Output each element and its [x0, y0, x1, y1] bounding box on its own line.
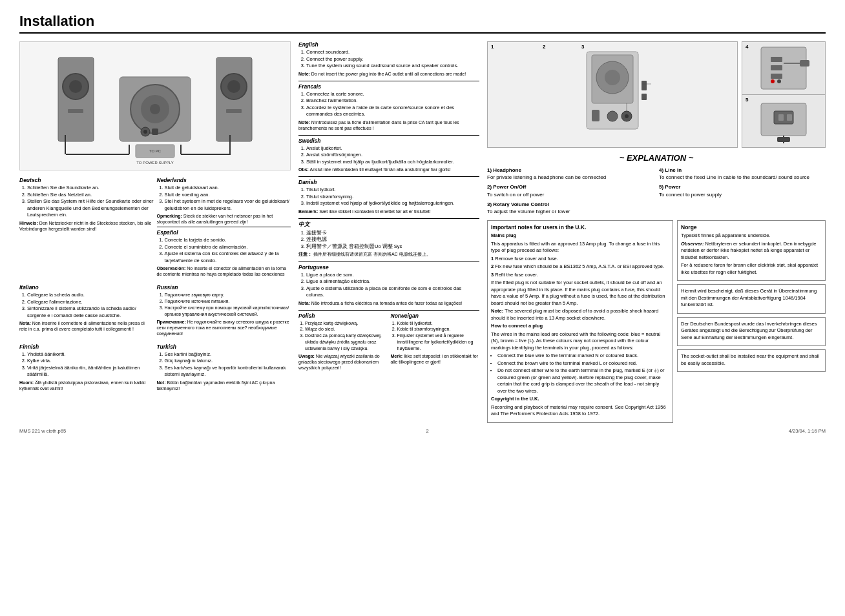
- svg-point-27: [605, 70, 620, 85]
- lang-danish-title: Danish: [298, 179, 479, 185]
- page: Installation: [0, 0, 845, 616]
- svg-rect-8: [226, 109, 242, 113]
- notes-socket-body: The socket-outlet shall be installed nea…: [681, 353, 822, 367]
- notes-uk: Important notes for users in the U.K. Ma…: [487, 220, 673, 423]
- turkish-step-3: Ses kartı/ses kaynağı ve hoparlör kontro…: [165, 365, 291, 378]
- lang-nederlands: Nederlands Sluit de geluidskaart aan. Sl…: [157, 177, 291, 277]
- deutsch-note: Hinweis: Den Netzstecker nicht in die St…: [19, 220, 154, 232]
- lang-chinese: 中文 连接警卡 连接电源 利用警卡／警源及 音箱控制器Uo 调整 Sys 注意：…: [298, 221, 479, 258]
- explanation-title: ~ EXPLANATION ~: [487, 153, 826, 163]
- svg-text:TO PC: TO PC: [149, 149, 162, 153]
- lang-deutsch: Deutsch Schließen Sie die Soundkarte an.…: [19, 177, 154, 277]
- lang-danish: Danish Tilslut lydkort. Tilslut strømfor…: [298, 179, 479, 214]
- italiano-step-1: Collegare la scheda audio.: [27, 292, 154, 299]
- diagram-num2: 2: [543, 44, 545, 50]
- lang-polish: Polish Przyłącz kartę dźwiękową. Włącz d…: [298, 313, 388, 371]
- english-step-3: Tune the system using sound card/sound s…: [306, 63, 479, 70]
- swedish-step-2: Anslut strömförsörjningen.: [306, 152, 479, 159]
- lang-english-title: English: [298, 41, 479, 48]
- francais-step-1: Connectez la carte sonore.: [306, 91, 479, 98]
- speaker-diagram: TO PC TO POWER SUPPLY: [19, 41, 291, 170]
- danish-step-3: Indstil systemet ved hjælp af lydkort/ly…: [306, 200, 479, 207]
- finnish-step-3: Viritä järjestelmä äänikortin, äänilähti…: [27, 365, 154, 378]
- espanol-step-2: Conecte el suministro de alimentación.: [165, 244, 291, 251]
- norwegian-note: Merk: Ikke sett støpselet i en stikkonta…: [391, 353, 480, 365]
- chinese-step-3: 利用警卡／警源及 音箱控制器Uo 调整 Sys: [306, 243, 479, 251]
- diagram-num5: 5: [746, 97, 748, 103]
- polish-step-3: Dostroić za pomocą karty dźwiękowej, ukł…: [305, 333, 388, 351]
- main-diagram-svg: [488, 42, 737, 142]
- lang-turkish: Turkish Ses kartini bağlayiniz. Güç kayn…: [157, 344, 291, 391]
- italiano-step-2: Collegare l'alimentazione.: [27, 299, 154, 306]
- diagram-num1: 1: [491, 44, 494, 50]
- francais-note: Note: N'introduisez pas la fiche d'alime…: [298, 119, 479, 131]
- svg-rect-49: [777, 137, 790, 142]
- danish-step-2: Tilslut strømforsyning.: [306, 194, 479, 201]
- francais-step-2: Branchez l'alimentation.: [306, 98, 479, 105]
- bottom-lang-pair: Polish Przyłącz kartę dźwiękową. Włącz d…: [298, 313, 479, 375]
- chinese-step-2: 连接电源: [306, 236, 479, 243]
- page-footer: MMS 221 w cloth.p65 2 4/23/04, 1:16 PM: [19, 428, 826, 434]
- francais-step-3: Accordez le système à l'aide de la carte…: [306, 105, 479, 118]
- english-step-1: Connect soundcard.: [306, 49, 479, 56]
- lang-portuguese-title: Portuguese: [298, 264, 479, 271]
- chinese-step-1: 连接警卡: [306, 230, 479, 237]
- turkish-note: Not: Bütün bağlantıları yapmadan elektri…: [157, 380, 291, 391]
- expl-item-2: 2) Power On/Off To switch on or off powe…: [487, 183, 654, 198]
- lang-russian-title: Russian: [157, 284, 291, 291]
- expl-item-4: 4) Line In To connect the fixed Line In …: [659, 167, 826, 181]
- svg-point-7: [227, 80, 240, 93]
- english-step-2: Connect the power supply.: [306, 56, 479, 63]
- russian-step-3: Настройте систему при помощи звуковой ка…: [165, 305, 291, 318]
- svg-rect-3: [68, 109, 83, 113]
- lang-english: English Connect soundcard. Connect the p…: [298, 41, 479, 77]
- notes-deutsch-extra: Hiermit wird bescheinigt, daß dieses Ger…: [677, 284, 826, 314]
- finnish-step-1: Yhdistä äänikortti.: [27, 351, 154, 358]
- russian-note: Примечание: Не подключайте вилку сетевог…: [157, 319, 291, 336]
- speaker-diagram-svg: TO PC TO POWER SUPPLY: [52, 45, 258, 167]
- back-diagram-top-svg: [748, 44, 819, 92]
- diagram-num3: 3: [581, 44, 584, 50]
- svg-rect-41: [800, 60, 809, 67]
- svg-rect-28: [592, 110, 600, 121]
- left-column: TO PC TO POWER SUPPLY Deut: [19, 41, 291, 423]
- svg-rect-32: [642, 81, 647, 90]
- espanol-step-1: Conecte la tarjeta de sonido.: [165, 237, 291, 244]
- lang-nederlands-title: Nederlands: [157, 177, 291, 183]
- russian-step-1: Подключите звуковую карту.: [165, 292, 291, 298]
- lang-chinese-title: 中文: [298, 221, 479, 229]
- lang-norwegian-title: Norweigan: [391, 313, 480, 319]
- center-column: English Connect soundcard. Connect the p…: [298, 41, 479, 423]
- lang-francais-title: Francais: [298, 83, 479, 90]
- notes-uk-title: Important notes for users in the U.K.: [491, 224, 669, 231]
- svg-point-43: [777, 79, 781, 83]
- norwegian-step-2: Koble til strømforsyningen.: [397, 326, 480, 333]
- svg-point-29: [607, 111, 618, 121]
- left-lang-grid: Deutsch Schließen Sie die Soundkarte an.…: [19, 177, 291, 395]
- swedish-step-1: Anslut ljudkortet.: [306, 145, 479, 152]
- notes-norge: Norge Typeskilt finnes på apparatens und…: [677, 220, 826, 281]
- svg-rect-46: [778, 114, 784, 121]
- lang-italiano-title: Italiano: [19, 284, 154, 291]
- italiano-note: Nota: Non inserire il connettore di alim…: [19, 320, 154, 332]
- polish-note: Uwaga: Nie włączaj wtyczki zasilania do …: [298, 353, 388, 371]
- lang-finnish: Finnish Yhdistä äänikortti. Kytke virta.…: [19, 344, 154, 391]
- nederlands-step-2: Sluit de voeding aan.: [165, 192, 291, 199]
- nederlands-step-1: Sluit de geluidskaart aan.: [165, 185, 291, 192]
- lang-norwegian: Norweigan Koble til lydkortet. Koble til…: [391, 313, 480, 371]
- portuguese-step-2: Ligue a alimentação eléctrica.: [306, 278, 479, 285]
- svg-rect-23: [152, 128, 158, 135]
- espanol-step-3: Ajuste el sistema con los controles del …: [165, 251, 291, 264]
- lang-finnish-title: Finnish: [19, 344, 154, 350]
- portuguese-step-3: Ajuste o sistema utilizando a placa de s…: [306, 285, 479, 299]
- chinese-note: 注意： 插件所有细接线前请保留充富 否则勿将AC 电源线连接上。: [298, 251, 479, 257]
- norwegian-step-3: Finjuster systemet ved å regulere innsti…: [397, 333, 480, 351]
- explanation-grid: 1) Headphone For private listening a hea…: [487, 167, 826, 215]
- swedish-note: Obs: Anslut inte nätkontakten till elutt…: [298, 167, 479, 172]
- back-diagram-bot-svg: [748, 97, 819, 145]
- svg-point-2: [69, 80, 82, 93]
- notes-norge-title: Norge: [681, 224, 822, 231]
- svg-rect-36: [761, 47, 806, 89]
- turkish-step-2: Güç kaynağını takınız.: [165, 358, 291, 365]
- english-note: Note: Do not insert the power plug into …: [298, 71, 479, 77]
